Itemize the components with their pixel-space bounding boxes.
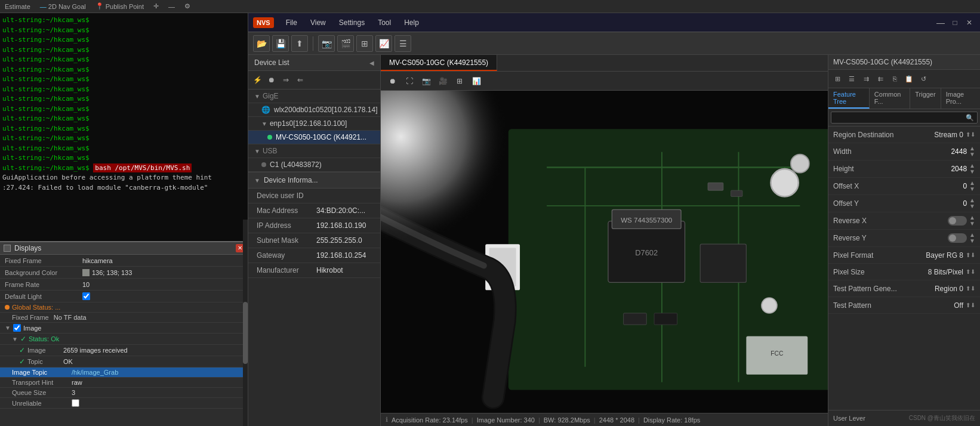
tb-grid-btn[interactable]: ⊞	[356, 35, 373, 52]
terminal-error-1: GuiApplication before accessing a platfo…	[2, 173, 245, 183]
toggle-reverse-x[interactable]	[948, 216, 967, 226]
toolbar-icon-plus[interactable]: ✛	[153, 2, 159, 10]
camera-tab-active[interactable]: MV-CS050-10GC (K44921555)	[381, 55, 497, 71]
prop-val-height[interactable]: 2048	[951, 165, 967, 173]
rp-expand-btn[interactable]: ⇉	[859, 72, 873, 85]
window-controls: — □ ✕	[935, 17, 975, 29]
tb-chart-btn[interactable]: 📈	[375, 35, 392, 52]
panel-scrollbar[interactable]	[243, 241, 248, 426]
cam-snapshot-btn[interactable]: 📷	[419, 74, 433, 88]
prop-pixel-format: Pixel Format Bayer RG 8 ⬆⬇	[828, 247, 980, 264]
cam-record2-btn[interactable]: 🎥	[436, 74, 450, 88]
image-detail-label: Image	[27, 347, 63, 354]
prop-spinner-region-dest[interactable]: ⬆⬇	[966, 131, 975, 138]
scrollbar-thumb[interactable]	[243, 302, 248, 364]
tab-feature-tree[interactable]: Feature Tree	[828, 88, 870, 109]
gige-device-1[interactable]: 🌐 wlx200db01c0520[10.26.178.14]	[248, 103, 380, 117]
svg-point-18	[791, 155, 809, 173]
global-status-label: Global Status: ...	[12, 304, 60, 311]
rp-paste-btn[interactable]: 📋	[902, 72, 916, 85]
import-dev-btn[interactable]: ⇐	[294, 73, 307, 87]
prop-spinner-pixel-size[interactable]: ⬆⬇	[966, 268, 975, 275]
toggle-reverse-y[interactable]	[948, 233, 967, 243]
estimate-btn[interactable]: Estimate	[5, 3, 30, 10]
prop-spinner-height[interactable]: ▲▼	[969, 163, 975, 175]
prop-spinner-reverse-x[interactable]: ▲▼	[969, 215, 975, 227]
panel-icon	[4, 245, 11, 252]
status-orange-dot	[5, 305, 10, 310]
tb-record-btn[interactable]: 🎬	[337, 35, 354, 52]
prop-val-offset-x[interactable]: 0	[963, 182, 967, 190]
prop-spinner-test-pattern-gene[interactable]: ⬆⬇	[966, 285, 975, 292]
image-checkbox[interactable]	[13, 324, 21, 332]
image-caret: ▼	[5, 325, 11, 331]
collapse-panel-icon[interactable]: ◀	[369, 60, 374, 66]
prop-spinner-offset-x[interactable]: ▲▼	[969, 180, 975, 192]
menu-tool[interactable]: Tool	[372, 16, 397, 29]
rp-grid-btn[interactable]: ⊞	[831, 72, 844, 85]
publish-point-btn[interactable]: 📍 Publish Point	[95, 2, 144, 10]
menu-view[interactable]: View	[304, 16, 332, 29]
unreliable-checkbox[interactable]	[72, 399, 79, 407]
status-sep-3: |	[594, 416, 596, 424]
color-swatch	[82, 269, 90, 276]
cam-grid2-btn[interactable]: ⊞	[452, 74, 467, 88]
menu-help[interactable]: Help	[398, 16, 425, 29]
tb-save-btn[interactable]: 💾	[272, 35, 289, 52]
menu-settings[interactable]: Settings	[333, 16, 371, 29]
camera-device[interactable]: MV-CS050-10GC (K44921...	[248, 131, 380, 144]
close-app-btn[interactable]: ✕	[963, 17, 975, 29]
acquisition-rate: Acquisition Rate: 23.14fps	[392, 416, 468, 424]
gige-section[interactable]: ▼ GigE	[248, 89, 380, 103]
tab-common-f[interactable]: Common F...	[870, 88, 910, 109]
minimize-btn[interactable]: —	[935, 17, 947, 29]
mvs-titlebar: NVS File View Settings Tool Help — □ ✕	[248, 13, 980, 32]
image-topic-row[interactable]: Image Topic /hk/image_Grab	[0, 368, 248, 378]
tb-settings2-btn[interactable]: ☰	[395, 35, 411, 52]
prop-spinner-pixel-format[interactable]: ⬆⬇	[966, 252, 975, 258]
nav-goal-btn[interactable]: — 2D Nav Goal	[40, 3, 86, 10]
ros-toolbar: Estimate — 2D Nav Goal 📍 Publish Point ✛…	[0, 0, 980, 13]
image-expand-row[interactable]: ▼ Image	[0, 323, 248, 334]
tb-open-btn[interactable]: 📂	[253, 35, 270, 52]
prop-test-pattern: Test Pattern Off ⬆⬇	[828, 297, 980, 314]
cam-chart2-btn[interactable]: 📊	[469, 74, 483, 88]
highlighted-command: bash /opt/MVS/bin/MVS.sh	[93, 163, 192, 172]
prop-val-offset-y[interactable]: 0	[963, 199, 967, 208]
maximize-btn[interactable]: □	[949, 17, 961, 29]
terminal-line: ult-string:~/hkcam_ws$	[2, 75, 245, 85]
device-info-header[interactable]: ▼ Device Informa...	[248, 172, 380, 189]
usb-section[interactable]: ▼ USB	[248, 144, 380, 158]
property-search-input[interactable]	[831, 112, 978, 124]
tb-capture-btn[interactable]: 📷	[318, 35, 335, 52]
ip-address-value: 192.168.10.190	[316, 221, 366, 230]
usb-device-1[interactable]: C1 (L40483872)	[248, 158, 380, 172]
rp-collapse-btn[interactable]: ⇇	[874, 72, 887, 85]
prop-spinner-reverse-y[interactable]: ▲▼	[969, 232, 975, 244]
tb-export-btn[interactable]: ⬆	[291, 35, 308, 52]
default-light-checkbox[interactable]	[82, 292, 90, 300]
record-dev-btn[interactable]: ⏺	[265, 73, 278, 87]
prop-spinner-test-pattern[interactable]: ⬆⬇	[966, 302, 975, 308]
gige-sub-section[interactable]: ▼ enp1s0[192.168.10.100]	[248, 117, 380, 131]
rp-refresh-btn[interactable]: ↺	[917, 72, 930, 85]
cam-fullscreen-btn[interactable]: ⛶	[402, 74, 417, 88]
menu-file[interactable]: File	[280, 16, 303, 29]
refresh-btn[interactable]: ⚡	[251, 73, 264, 87]
export-dev-btn[interactable]: ⇒	[279, 73, 292, 87]
status-ok-row[interactable]: ▼ ✓ Status: Ok	[0, 334, 248, 345]
cam-play-btn[interactable]: ⏺	[386, 74, 400, 88]
rp-copy-btn[interactable]: ⎘	[888, 72, 901, 85]
fixed-frame-label: Fixed Frame	[5, 257, 82, 264]
tab-image-pro[interactable]: Image Pro...	[941, 88, 980, 109]
global-status-row[interactable]: Global Status: ...	[0, 302, 248, 313]
tab-trigger[interactable]: Trigger	[910, 88, 941, 109]
prop-val-width[interactable]: 2448	[951, 147, 967, 156]
prop-spinner-offset-y[interactable]: ▲▼	[969, 197, 975, 209]
prop-spinner-width[interactable]: ▲▼	[969, 146, 975, 158]
toolbar-icon-minus[interactable]: —	[168, 3, 175, 10]
prop-reverse-x: Reverse X ▲▼	[828, 212, 980, 230]
toolbar-icon-gear[interactable]: ⚙	[184, 2, 190, 10]
rp-list-btn[interactable]: ☰	[845, 72, 858, 85]
terminal-area: ult-string:~/hkcam_ws$ ult-string:~/hkca…	[0, 13, 248, 241]
